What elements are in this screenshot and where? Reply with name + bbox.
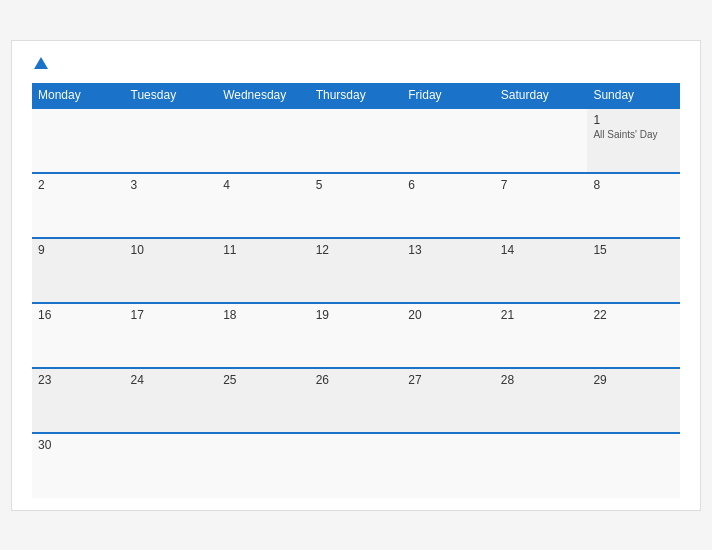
calendar-cell: 8 xyxy=(587,173,680,238)
day-number: 25 xyxy=(223,373,304,387)
calendar-cell xyxy=(495,108,588,173)
day-number: 21 xyxy=(501,308,582,322)
calendar-header xyxy=(32,57,680,69)
calendar-week-row: 2345678 xyxy=(32,173,680,238)
calendar-cell: 5 xyxy=(310,173,403,238)
calendar-week-row: 23242526272829 xyxy=(32,368,680,433)
day-number: 18 xyxy=(223,308,304,322)
calendar-cell: 29 xyxy=(587,368,680,433)
calendar-cell: 22 xyxy=(587,303,680,368)
calendar-cell: 13 xyxy=(402,238,495,303)
day-number: 7 xyxy=(501,178,582,192)
calendar-week-row: 30 xyxy=(32,433,680,498)
day-number: 16 xyxy=(38,308,119,322)
calendar-week-row: 1All Saints' Day xyxy=(32,108,680,173)
weekday-header-row: MondayTuesdayWednesdayThursdayFridaySatu… xyxy=(32,83,680,108)
calendar-cell: 27 xyxy=(402,368,495,433)
calendar-cell: 2 xyxy=(32,173,125,238)
calendar-cell: 6 xyxy=(402,173,495,238)
calendar-cell: 17 xyxy=(125,303,218,368)
calendar-cell: 20 xyxy=(402,303,495,368)
day-number: 15 xyxy=(593,243,674,257)
calendar-cell xyxy=(32,108,125,173)
calendar-cell: 26 xyxy=(310,368,403,433)
calendar-cell xyxy=(217,108,310,173)
day-number: 3 xyxy=(131,178,212,192)
calendar-cell: 30 xyxy=(32,433,125,498)
event-text: All Saints' Day xyxy=(593,129,674,140)
calendar-cell xyxy=(125,108,218,173)
day-number: 17 xyxy=(131,308,212,322)
weekday-header-thursday: Thursday xyxy=(310,83,403,108)
day-number: 2 xyxy=(38,178,119,192)
calendar-cell xyxy=(217,433,310,498)
day-number: 28 xyxy=(501,373,582,387)
day-number: 4 xyxy=(223,178,304,192)
calendar-cell xyxy=(587,433,680,498)
day-number: 23 xyxy=(38,373,119,387)
day-number: 20 xyxy=(408,308,489,322)
logo xyxy=(32,57,48,69)
calendar-cell: 1All Saints' Day xyxy=(587,108,680,173)
calendar-cell: 15 xyxy=(587,238,680,303)
day-number: 29 xyxy=(593,373,674,387)
calendar-cell: 9 xyxy=(32,238,125,303)
calendar-cell xyxy=(310,108,403,173)
calendar-table: MondayTuesdayWednesdayThursdayFridaySatu… xyxy=(32,83,680,498)
calendar-cell: 16 xyxy=(32,303,125,368)
calendar-cell xyxy=(125,433,218,498)
calendar-cell: 3 xyxy=(125,173,218,238)
day-number: 6 xyxy=(408,178,489,192)
calendar-cell: 10 xyxy=(125,238,218,303)
calendar-cell xyxy=(310,433,403,498)
calendar-cell: 23 xyxy=(32,368,125,433)
weekday-header-tuesday: Tuesday xyxy=(125,83,218,108)
calendar-week-row: 16171819202122 xyxy=(32,303,680,368)
day-number: 13 xyxy=(408,243,489,257)
weekday-header-wednesday: Wednesday xyxy=(217,83,310,108)
logo-row xyxy=(32,57,48,69)
calendar-cell xyxy=(402,108,495,173)
calendar-container: MondayTuesdayWednesdayThursdayFridaySatu… xyxy=(11,40,701,511)
day-number: 10 xyxy=(131,243,212,257)
calendar-cell: 21 xyxy=(495,303,588,368)
weekday-header-monday: Monday xyxy=(32,83,125,108)
day-number: 12 xyxy=(316,243,397,257)
logo-triangle-icon xyxy=(34,57,48,69)
calendar-cell: 11 xyxy=(217,238,310,303)
weekday-header-friday: Friday xyxy=(402,83,495,108)
day-number: 8 xyxy=(593,178,674,192)
day-number: 24 xyxy=(131,373,212,387)
day-number: 19 xyxy=(316,308,397,322)
weekday-header-sunday: Sunday xyxy=(587,83,680,108)
calendar-cell: 19 xyxy=(310,303,403,368)
weekday-header-saturday: Saturday xyxy=(495,83,588,108)
calendar-cell xyxy=(402,433,495,498)
day-number: 1 xyxy=(593,113,674,127)
day-number: 14 xyxy=(501,243,582,257)
calendar-cell: 12 xyxy=(310,238,403,303)
day-number: 27 xyxy=(408,373,489,387)
calendar-cell: 14 xyxy=(495,238,588,303)
calendar-cell: 7 xyxy=(495,173,588,238)
calendar-tbody: 1All Saints' Day234567891011121314151617… xyxy=(32,108,680,498)
calendar-cell: 24 xyxy=(125,368,218,433)
calendar-cell: 25 xyxy=(217,368,310,433)
calendar-thead: MondayTuesdayWednesdayThursdayFridaySatu… xyxy=(32,83,680,108)
day-number: 11 xyxy=(223,243,304,257)
day-number: 5 xyxy=(316,178,397,192)
day-number: 9 xyxy=(38,243,119,257)
calendar-cell xyxy=(495,433,588,498)
calendar-cell: 4 xyxy=(217,173,310,238)
day-number: 26 xyxy=(316,373,397,387)
day-number: 30 xyxy=(38,438,119,452)
day-number: 22 xyxy=(593,308,674,322)
calendar-cell: 28 xyxy=(495,368,588,433)
calendar-cell: 18 xyxy=(217,303,310,368)
calendar-week-row: 9101112131415 xyxy=(32,238,680,303)
